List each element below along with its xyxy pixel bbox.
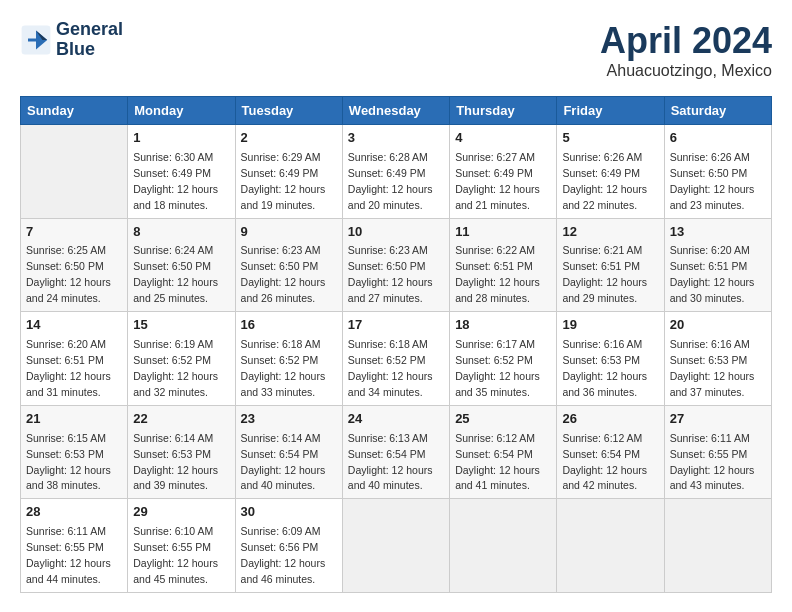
calendar-cell: 20Sunrise: 6:16 AMSunset: 6:53 PMDayligh… xyxy=(664,312,771,406)
calendar-cell xyxy=(450,499,557,593)
calendar-cell: 15Sunrise: 6:19 AMSunset: 6:52 PMDayligh… xyxy=(128,312,235,406)
day-info: Sunrise: 6:22 AMSunset: 6:51 PMDaylight:… xyxy=(455,244,540,304)
calendar-cell: 25Sunrise: 6:12 AMSunset: 6:54 PMDayligh… xyxy=(450,405,557,499)
day-number: 25 xyxy=(455,410,551,429)
day-number: 2 xyxy=(241,129,337,148)
day-number: 29 xyxy=(133,503,229,522)
day-info: Sunrise: 6:09 AMSunset: 6:56 PMDaylight:… xyxy=(241,525,326,585)
day-info: Sunrise: 6:19 AMSunset: 6:52 PMDaylight:… xyxy=(133,338,218,398)
day-info: Sunrise: 6:17 AMSunset: 6:52 PMDaylight:… xyxy=(455,338,540,398)
logo-icon xyxy=(20,24,52,56)
calendar-cell: 27Sunrise: 6:11 AMSunset: 6:55 PMDayligh… xyxy=(664,405,771,499)
calendar-cell xyxy=(664,499,771,593)
day-info: Sunrise: 6:23 AMSunset: 6:50 PMDaylight:… xyxy=(241,244,326,304)
calendar-cell xyxy=(342,499,449,593)
day-info: Sunrise: 6:14 AMSunset: 6:54 PMDaylight:… xyxy=(241,432,326,492)
day-info: Sunrise: 6:20 AMSunset: 6:51 PMDaylight:… xyxy=(26,338,111,398)
day-info: Sunrise: 6:18 AMSunset: 6:52 PMDaylight:… xyxy=(348,338,433,398)
calendar-cell: 18Sunrise: 6:17 AMSunset: 6:52 PMDayligh… xyxy=(450,312,557,406)
day-info: Sunrise: 6:26 AMSunset: 6:49 PMDaylight:… xyxy=(562,151,647,211)
calendar-cell: 11Sunrise: 6:22 AMSunset: 6:51 PMDayligh… xyxy=(450,218,557,312)
day-info: Sunrise: 6:21 AMSunset: 6:51 PMDaylight:… xyxy=(562,244,647,304)
weekday-header: Thursday xyxy=(450,97,557,125)
calendar-cell: 13Sunrise: 6:20 AMSunset: 6:51 PMDayligh… xyxy=(664,218,771,312)
calendar-cell xyxy=(21,125,128,219)
day-number: 1 xyxy=(133,129,229,148)
calendar-cell: 30Sunrise: 6:09 AMSunset: 6:56 PMDayligh… xyxy=(235,499,342,593)
logo-text: General Blue xyxy=(56,20,123,60)
logo-line1: General xyxy=(56,20,123,40)
calendar-cell: 26Sunrise: 6:12 AMSunset: 6:54 PMDayligh… xyxy=(557,405,664,499)
day-info: Sunrise: 6:24 AMSunset: 6:50 PMDaylight:… xyxy=(133,244,218,304)
calendar-cell: 19Sunrise: 6:16 AMSunset: 6:53 PMDayligh… xyxy=(557,312,664,406)
day-info: Sunrise: 6:28 AMSunset: 6:49 PMDaylight:… xyxy=(348,151,433,211)
day-number: 27 xyxy=(670,410,766,429)
weekday-header-row: SundayMondayTuesdayWednesdayThursdayFrid… xyxy=(21,97,772,125)
weekday-header: Saturday xyxy=(664,97,771,125)
day-info: Sunrise: 6:13 AMSunset: 6:54 PMDaylight:… xyxy=(348,432,433,492)
calendar-week-row: 1Sunrise: 6:30 AMSunset: 6:49 PMDaylight… xyxy=(21,125,772,219)
calendar-cell: 2Sunrise: 6:29 AMSunset: 6:49 PMDaylight… xyxy=(235,125,342,219)
calendar-cell: 8Sunrise: 6:24 AMSunset: 6:50 PMDaylight… xyxy=(128,218,235,312)
calendar-cell: 23Sunrise: 6:14 AMSunset: 6:54 PMDayligh… xyxy=(235,405,342,499)
calendar-cell: 5Sunrise: 6:26 AMSunset: 6:49 PMDaylight… xyxy=(557,125,664,219)
page-header: General Blue April 2024 Ahuacuotzingo, M… xyxy=(20,20,772,80)
day-number: 21 xyxy=(26,410,122,429)
day-info: Sunrise: 6:16 AMSunset: 6:53 PMDaylight:… xyxy=(670,338,755,398)
day-number: 9 xyxy=(241,223,337,242)
location: Ahuacuotzingo, Mexico xyxy=(600,62,772,80)
calendar-week-row: 21Sunrise: 6:15 AMSunset: 6:53 PMDayligh… xyxy=(21,405,772,499)
calendar-cell: 28Sunrise: 6:11 AMSunset: 6:55 PMDayligh… xyxy=(21,499,128,593)
day-number: 6 xyxy=(670,129,766,148)
day-number: 22 xyxy=(133,410,229,429)
weekday-header: Wednesday xyxy=(342,97,449,125)
logo: General Blue xyxy=(20,20,123,60)
day-number: 13 xyxy=(670,223,766,242)
calendar-cell: 1Sunrise: 6:30 AMSunset: 6:49 PMDaylight… xyxy=(128,125,235,219)
calendar-cell: 7Sunrise: 6:25 AMSunset: 6:50 PMDaylight… xyxy=(21,218,128,312)
day-info: Sunrise: 6:12 AMSunset: 6:54 PMDaylight:… xyxy=(562,432,647,492)
weekday-header: Sunday xyxy=(21,97,128,125)
day-number: 11 xyxy=(455,223,551,242)
calendar-cell: 3Sunrise: 6:28 AMSunset: 6:49 PMDaylight… xyxy=(342,125,449,219)
calendar-cell: 24Sunrise: 6:13 AMSunset: 6:54 PMDayligh… xyxy=(342,405,449,499)
calendar-cell: 10Sunrise: 6:23 AMSunset: 6:50 PMDayligh… xyxy=(342,218,449,312)
day-number: 8 xyxy=(133,223,229,242)
calendar-cell: 9Sunrise: 6:23 AMSunset: 6:50 PMDaylight… xyxy=(235,218,342,312)
day-number: 17 xyxy=(348,316,444,335)
day-number: 12 xyxy=(562,223,658,242)
calendar-cell: 17Sunrise: 6:18 AMSunset: 6:52 PMDayligh… xyxy=(342,312,449,406)
day-info: Sunrise: 6:12 AMSunset: 6:54 PMDaylight:… xyxy=(455,432,540,492)
day-info: Sunrise: 6:27 AMSunset: 6:49 PMDaylight:… xyxy=(455,151,540,211)
logo-line2: Blue xyxy=(56,40,123,60)
day-number: 30 xyxy=(241,503,337,522)
calendar-cell: 4Sunrise: 6:27 AMSunset: 6:49 PMDaylight… xyxy=(450,125,557,219)
day-info: Sunrise: 6:15 AMSunset: 6:53 PMDaylight:… xyxy=(26,432,111,492)
day-info: Sunrise: 6:16 AMSunset: 6:53 PMDaylight:… xyxy=(562,338,647,398)
day-info: Sunrise: 6:18 AMSunset: 6:52 PMDaylight:… xyxy=(241,338,326,398)
calendar-cell: 6Sunrise: 6:26 AMSunset: 6:50 PMDaylight… xyxy=(664,125,771,219)
day-info: Sunrise: 6:25 AMSunset: 6:50 PMDaylight:… xyxy=(26,244,111,304)
day-number: 14 xyxy=(26,316,122,335)
day-info: Sunrise: 6:14 AMSunset: 6:53 PMDaylight:… xyxy=(133,432,218,492)
day-info: Sunrise: 6:11 AMSunset: 6:55 PMDaylight:… xyxy=(26,525,111,585)
day-number: 28 xyxy=(26,503,122,522)
weekday-header: Tuesday xyxy=(235,97,342,125)
month-title: April 2024 xyxy=(600,20,772,62)
day-info: Sunrise: 6:20 AMSunset: 6:51 PMDaylight:… xyxy=(670,244,755,304)
day-number: 19 xyxy=(562,316,658,335)
calendar-cell xyxy=(557,499,664,593)
day-number: 18 xyxy=(455,316,551,335)
calendar-week-row: 28Sunrise: 6:11 AMSunset: 6:55 PMDayligh… xyxy=(21,499,772,593)
day-info: Sunrise: 6:26 AMSunset: 6:50 PMDaylight:… xyxy=(670,151,755,211)
day-number: 16 xyxy=(241,316,337,335)
calendar-cell: 16Sunrise: 6:18 AMSunset: 6:52 PMDayligh… xyxy=(235,312,342,406)
calendar-cell: 29Sunrise: 6:10 AMSunset: 6:55 PMDayligh… xyxy=(128,499,235,593)
weekday-header: Friday xyxy=(557,97,664,125)
calendar-cell: 14Sunrise: 6:20 AMSunset: 6:51 PMDayligh… xyxy=(21,312,128,406)
day-number: 24 xyxy=(348,410,444,429)
calendar-cell: 22Sunrise: 6:14 AMSunset: 6:53 PMDayligh… xyxy=(128,405,235,499)
calendar-cell: 21Sunrise: 6:15 AMSunset: 6:53 PMDayligh… xyxy=(21,405,128,499)
calendar-week-row: 7Sunrise: 6:25 AMSunset: 6:50 PMDaylight… xyxy=(21,218,772,312)
day-info: Sunrise: 6:10 AMSunset: 6:55 PMDaylight:… xyxy=(133,525,218,585)
